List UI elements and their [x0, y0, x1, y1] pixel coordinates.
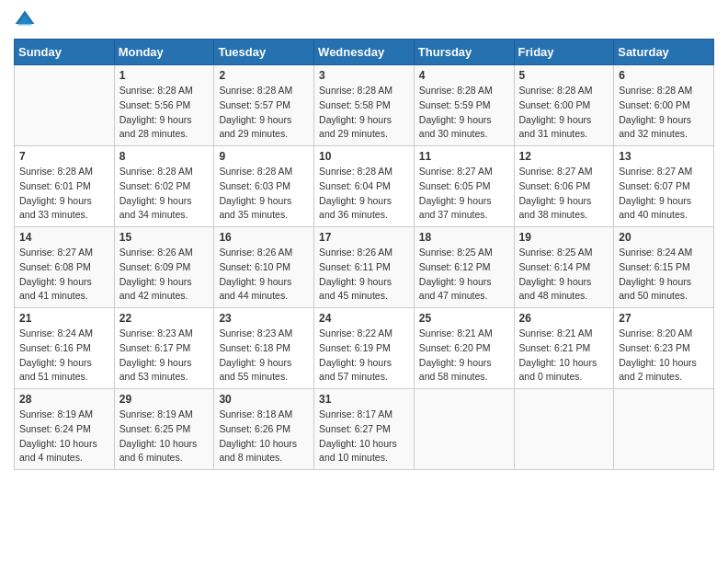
day-info: Sunrise: 8:23 AMSunset: 6:18 PMDaylight:… — [219, 327, 309, 385]
day-cell: 22Sunrise: 8:23 AMSunset: 6:17 PMDayligh… — [114, 308, 214, 389]
header-thursday: Thursday — [414, 40, 514, 65]
logo-icon — [14, 9, 36, 31]
day-cell: 7Sunrise: 8:28 AMSunset: 6:01 PMDaylight… — [15, 146, 115, 227]
day-info: Sunrise: 8:28 AMSunset: 5:56 PMDaylight:… — [119, 84, 210, 142]
day-number: 29 — [119, 393, 210, 406]
day-number: 22 — [119, 312, 210, 325]
day-info: Sunrise: 8:28 AMSunset: 6:02 PMDaylight:… — [119, 165, 210, 223]
header-monday: Monday — [114, 40, 214, 65]
day-cell: 19Sunrise: 8:25 AMSunset: 6:14 PMDayligh… — [514, 227, 614, 308]
day-cell: 26Sunrise: 8:21 AMSunset: 6:21 PMDayligh… — [514, 308, 614, 389]
day-info: Sunrise: 8:28 AMSunset: 5:59 PMDaylight:… — [419, 84, 509, 142]
week-row-1: 1Sunrise: 8:28 AMSunset: 5:56 PMDaylight… — [15, 65, 714, 146]
day-cell: 9Sunrise: 8:28 AMSunset: 6:03 PMDaylight… — [214, 146, 314, 227]
day-number: 17 — [319, 231, 409, 244]
day-number: 7 — [19, 150, 109, 163]
day-cell: 31Sunrise: 8:17 AMSunset: 6:27 PMDayligh… — [314, 389, 415, 470]
day-info: Sunrise: 8:28 AMSunset: 6:00 PMDaylight:… — [519, 84, 609, 142]
header-wednesday: Wednesday — [314, 40, 415, 65]
day-info: Sunrise: 8:25 AMSunset: 6:14 PMDaylight:… — [519, 246, 609, 304]
day-info: Sunrise: 8:28 AMSunset: 6:01 PMDaylight:… — [19, 165, 109, 223]
day-cell: 12Sunrise: 8:27 AMSunset: 6:06 PMDayligh… — [514, 146, 614, 227]
day-cell: 28Sunrise: 8:19 AMSunset: 6:24 PMDayligh… — [15, 389, 115, 470]
day-info: Sunrise: 8:27 AMSunset: 6:06 PMDaylight:… — [519, 165, 609, 223]
day-info: Sunrise: 8:27 AMSunset: 6:08 PMDaylight:… — [19, 246, 109, 304]
day-cell — [414, 389, 514, 470]
day-cell: 17Sunrise: 8:26 AMSunset: 6:11 PMDayligh… — [314, 227, 415, 308]
day-info: Sunrise: 8:17 AMSunset: 6:27 PMDaylight:… — [319, 408, 409, 465]
day-number: 19 — [519, 231, 609, 244]
day-cell: 23Sunrise: 8:23 AMSunset: 6:18 PMDayligh… — [214, 308, 314, 389]
day-cell: 13Sunrise: 8:27 AMSunset: 6:07 PMDayligh… — [614, 146, 714, 227]
day-number: 16 — [219, 231, 309, 244]
day-info: Sunrise: 8:21 AMSunset: 6:21 PMDaylight:… — [519, 327, 609, 385]
day-info: Sunrise: 8:26 AMSunset: 6:11 PMDaylight:… — [319, 246, 409, 304]
day-number: 21 — [19, 312, 109, 325]
page-header — [14, 9, 714, 31]
day-cell: 25Sunrise: 8:21 AMSunset: 6:20 PMDayligh… — [414, 308, 514, 389]
day-number: 23 — [219, 312, 309, 325]
day-number: 11 — [419, 150, 509, 163]
day-cell: 16Sunrise: 8:26 AMSunset: 6:10 PMDayligh… — [214, 227, 314, 308]
day-number: 27 — [619, 312, 709, 325]
day-number: 5 — [519, 69, 609, 82]
day-info: Sunrise: 8:28 AMSunset: 6:04 PMDaylight:… — [319, 165, 409, 223]
day-number: 1 — [119, 69, 210, 82]
day-cell: 29Sunrise: 8:19 AMSunset: 6:25 PMDayligh… — [114, 389, 214, 470]
day-number: 26 — [519, 312, 609, 325]
day-cell: 8Sunrise: 8:28 AMSunset: 6:02 PMDaylight… — [114, 146, 214, 227]
header-tuesday: Tuesday — [214, 40, 314, 65]
day-info: Sunrise: 8:23 AMSunset: 6:17 PMDaylight:… — [119, 327, 210, 385]
calendar-table: SundayMondayTuesdayWednesdayThursdayFrid… — [14, 39, 714, 470]
day-number: 28 — [19, 393, 109, 406]
day-number: 4 — [419, 69, 509, 82]
day-info: Sunrise: 8:28 AMSunset: 6:03 PMDaylight:… — [219, 165, 309, 223]
day-cell: 30Sunrise: 8:18 AMSunset: 6:26 PMDayligh… — [214, 389, 314, 470]
logo — [14, 9, 40, 31]
day-cell: 24Sunrise: 8:22 AMSunset: 6:19 PMDayligh… — [314, 308, 415, 389]
day-number: 14 — [19, 231, 109, 244]
day-number: 12 — [519, 150, 609, 163]
day-cell: 5Sunrise: 8:28 AMSunset: 6:00 PMDaylight… — [514, 65, 614, 146]
day-cell: 15Sunrise: 8:26 AMSunset: 6:09 PMDayligh… — [114, 227, 214, 308]
day-info: Sunrise: 8:27 AMSunset: 6:07 PMDaylight:… — [619, 165, 709, 223]
day-info: Sunrise: 8:21 AMSunset: 6:20 PMDaylight:… — [419, 327, 509, 385]
header-saturday: Saturday — [614, 40, 714, 65]
day-cell: 27Sunrise: 8:20 AMSunset: 6:23 PMDayligh… — [614, 308, 714, 389]
day-number: 18 — [419, 231, 509, 244]
day-cell: 3Sunrise: 8:28 AMSunset: 5:58 PMDaylight… — [314, 65, 415, 146]
week-row-2: 7Sunrise: 8:28 AMSunset: 6:01 PMDaylight… — [15, 146, 714, 227]
day-cell: 4Sunrise: 8:28 AMSunset: 5:59 PMDaylight… — [414, 65, 514, 146]
day-number: 25 — [419, 312, 509, 325]
day-cell: 18Sunrise: 8:25 AMSunset: 6:12 PMDayligh… — [414, 227, 514, 308]
day-info: Sunrise: 8:24 AMSunset: 6:16 PMDaylight:… — [19, 327, 109, 385]
day-number: 6 — [619, 69, 709, 82]
header-friday: Friday — [514, 40, 614, 65]
day-info: Sunrise: 8:28 AMSunset: 6:00 PMDaylight:… — [619, 84, 709, 142]
week-row-4: 21Sunrise: 8:24 AMSunset: 6:16 PMDayligh… — [15, 308, 714, 389]
day-number: 20 — [619, 231, 709, 244]
day-info: Sunrise: 8:28 AMSunset: 5:57 PMDaylight:… — [219, 84, 309, 142]
day-info: Sunrise: 8:18 AMSunset: 6:26 PMDaylight:… — [219, 408, 309, 465]
day-number: 24 — [319, 312, 409, 325]
day-number: 3 — [319, 69, 409, 82]
day-cell — [514, 389, 614, 470]
header-row: SundayMondayTuesdayWednesdayThursdayFrid… — [15, 40, 714, 65]
day-number: 13 — [619, 150, 709, 163]
week-row-3: 14Sunrise: 8:27 AMSunset: 6:08 PMDayligh… — [15, 227, 714, 308]
day-cell — [15, 65, 115, 146]
day-info: Sunrise: 8:20 AMSunset: 6:23 PMDaylight:… — [619, 327, 709, 385]
day-cell — [614, 389, 714, 470]
day-number: 2 — [219, 69, 309, 82]
day-info: Sunrise: 8:24 AMSunset: 6:15 PMDaylight:… — [619, 246, 709, 304]
day-info: Sunrise: 8:26 AMSunset: 6:09 PMDaylight:… — [119, 246, 210, 304]
day-number: 15 — [119, 231, 210, 244]
day-info: Sunrise: 8:27 AMSunset: 6:05 PMDaylight:… — [419, 165, 509, 223]
day-cell: 2Sunrise: 8:28 AMSunset: 5:57 PMDaylight… — [214, 65, 314, 146]
day-info: Sunrise: 8:19 AMSunset: 6:25 PMDaylight:… — [119, 408, 210, 465]
day-info: Sunrise: 8:26 AMSunset: 6:10 PMDaylight:… — [219, 246, 309, 304]
day-number: 8 — [119, 150, 210, 163]
day-info: Sunrise: 8:22 AMSunset: 6:19 PMDaylight:… — [319, 327, 409, 385]
day-cell: 20Sunrise: 8:24 AMSunset: 6:15 PMDayligh… — [614, 227, 714, 308]
week-row-5: 28Sunrise: 8:19 AMSunset: 6:24 PMDayligh… — [15, 389, 714, 470]
